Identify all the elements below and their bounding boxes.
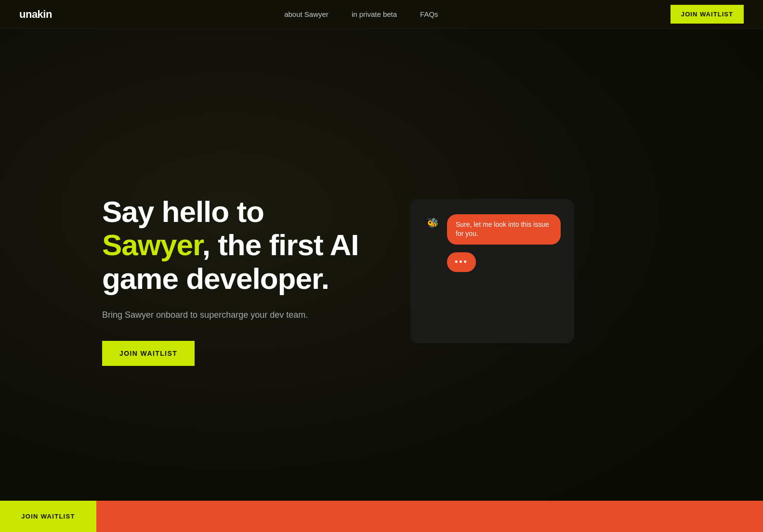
hero-section: Say hello to Sawyer, the first AI game d… [0, 0, 763, 532]
chat-typing-indicator-row: ••• [447, 252, 561, 272]
nav-link-private-beta[interactable]: in private beta [352, 10, 397, 18]
hero-content: Say hello to Sawyer, the first AI game d… [44, 195, 719, 366]
nav-join-waitlist-button[interactable]: JOIN WAITLIST [671, 5, 744, 24]
hero-text-block: Say hello to Sawyer, the first AI game d… [102, 195, 372, 366]
nav-links: about Sawyer in private beta FAQs [284, 10, 438, 18]
nav-logo[interactable]: unakin [19, 8, 52, 21]
chat-message-row-1: 🐝 Sure, let me look into this issue for … [424, 214, 561, 245]
hero-heading: Say hello to Sawyer, the first AI game d… [102, 195, 372, 295]
bottom-bar: JOIN WAITLIST [0, 501, 763, 532]
nav-link-about-sawyer[interactable]: about Sawyer [284, 10, 329, 18]
hero-subheading: Bring Sawyer onboard to supercharge your… [102, 309, 372, 322]
hero-heading-prefix: Say hello to [102, 195, 264, 228]
hero-heading-highlight: Sawyer [102, 228, 202, 261]
bottom-bar-cta-label[interactable]: JOIN WAITLIST [21, 513, 75, 520]
chat-bubble-message: Sure, let me look into this issue for yo… [447, 214, 561, 245]
bottom-bar-left[interactable]: JOIN WAITLIST [0, 501, 96, 532]
chat-panel: 🐝 Sure, let me look into this issue for … [410, 199, 574, 343]
chat-bubble-dots: ••• [447, 252, 476, 272]
nav-link-faqs[interactable]: FAQs [420, 10, 438, 18]
navbar: unakin about Sawyer in private beta FAQs… [0, 0, 763, 29]
bottom-bar-right [96, 501, 763, 532]
chat-avatar: 🐝 [424, 214, 441, 232]
hero-join-waitlist-button[interactable]: JOIN WAITLIST [102, 341, 195, 366]
